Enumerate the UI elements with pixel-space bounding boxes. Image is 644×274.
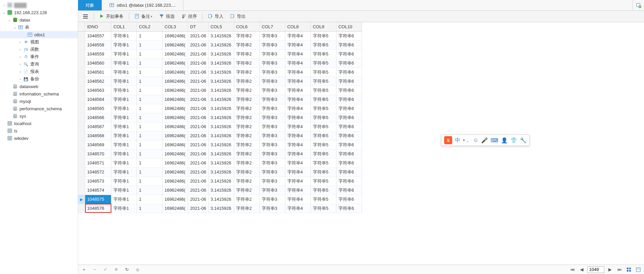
cell[interactable]: 字符串1 xyxy=(111,140,137,149)
cell[interactable]: 2021-06 xyxy=(188,104,209,113)
cell[interactable]: 字符串3 xyxy=(259,131,285,140)
form-view-button[interactable] xyxy=(635,266,642,273)
cell[interactable]: 字符串6 xyxy=(336,140,362,149)
ime-person-icon[interactable]: 👤 xyxy=(501,137,508,144)
cell[interactable]: 16962486( xyxy=(163,40,188,49)
cell[interactable]: 字符串3 xyxy=(259,49,285,58)
tree-database[interactable]: dataxweb xyxy=(0,83,78,90)
column-header[interactable]: COL6 xyxy=(234,22,259,31)
tree-subitem[interactable]: ›💾备份 xyxy=(0,75,78,83)
table-row[interactable]: 1048558字符串1116962486(2021-063.1415926字符串… xyxy=(78,40,362,49)
cell[interactable]: 字符串2 xyxy=(234,195,259,204)
ime-skin-icon[interactable]: 👕 xyxy=(510,137,517,144)
cell[interactable]: 16962486( xyxy=(163,104,188,113)
tree-table-otbs1[interactable]: otbs1 xyxy=(0,31,78,38)
commit-button[interactable]: ✔ xyxy=(102,266,109,273)
cell[interactable]: 字符串3 xyxy=(259,177,285,186)
cell[interactable]: 2021-06 xyxy=(188,167,209,177)
cell[interactable]: 2021-06 xyxy=(188,40,209,49)
cell[interactable]: 字符串3 xyxy=(259,186,285,195)
column-header[interactable]: COL1 xyxy=(111,22,137,31)
table-row[interactable]: 1048566字符串1116962486(2021-063.1415926字符串… xyxy=(78,113,362,122)
tab-object[interactable]: 对象 xyxy=(78,0,102,10)
next-page-button[interactable]: ▶ xyxy=(606,266,614,273)
cell-idno[interactable]: 1048564 xyxy=(85,95,111,104)
cell[interactable]: 1 xyxy=(137,131,163,140)
tree-database[interactable]: sys xyxy=(0,112,78,120)
tree-database[interactable]: ⌄ datax xyxy=(0,16,78,24)
cell[interactable]: 字符串3 xyxy=(259,167,285,177)
tree-tables-group[interactable]: ⌄ 表 xyxy=(0,24,78,31)
cell[interactable]: 字符串4 xyxy=(285,195,311,204)
cell[interactable]: 字符串4 xyxy=(285,58,311,68)
cell[interactable]: 1 xyxy=(137,58,163,68)
cell[interactable]: 字符串2 xyxy=(234,77,259,86)
cell-idno[interactable]: 1048559 xyxy=(85,49,111,58)
cell[interactable]: 字符串2 xyxy=(234,158,259,167)
data-grid[interactable]: IDNOCOL1COL2COL3DTCOL5COL6COL7COL8COL9CO… xyxy=(78,22,644,265)
cell[interactable]: 2021-06 xyxy=(188,49,209,58)
cell[interactable]: 字符串6 xyxy=(336,131,362,140)
cell[interactable]: 3.1415926 xyxy=(208,77,234,86)
ime-tools-icon[interactable]: 🔧 xyxy=(520,137,527,144)
cell[interactable]: 字符串1 xyxy=(111,49,137,58)
column-header[interactable]: COL10 xyxy=(336,22,362,31)
cell[interactable]: 2021-06 xyxy=(188,31,209,40)
cell-idno[interactable]: 1048563 xyxy=(85,86,111,95)
cell[interactable]: 字符串4 xyxy=(285,204,311,213)
cell[interactable]: 字符串3 xyxy=(259,104,285,113)
cancel-edit-button[interactable]: ✖ xyxy=(112,266,120,273)
cell[interactable]: 字符串2 xyxy=(234,113,259,122)
cell[interactable]: 3.1415926 xyxy=(208,158,234,167)
cell[interactable]: 16962486( xyxy=(163,58,188,68)
table-row[interactable]: 1048559字符串1116962486(2021-063.1415926字符串… xyxy=(78,49,362,58)
cell[interactable]: 字符串2 xyxy=(234,68,259,77)
cell[interactable]: 字符串2 xyxy=(234,140,259,149)
cell[interactable]: 字符串2 xyxy=(234,167,259,177)
cell-idno[interactable]: 1048573 xyxy=(85,177,111,186)
first-page-button[interactable]: ⏮ xyxy=(569,266,576,273)
cell[interactable]: 字符串6 xyxy=(336,77,362,86)
table-row[interactable]: ▶1048575字符串1116962486(2021-063.1415926字符… xyxy=(78,195,362,204)
table-row[interactable]: 1048569字符串1116962486(2021-063.1415926字符串… xyxy=(78,140,362,149)
cell[interactable]: 字符串5 xyxy=(311,86,336,95)
refresh-button[interactable]: ↻ xyxy=(123,266,131,273)
table-row[interactable]: 1048564字符串1116962486(2021-063.1415926字符串… xyxy=(78,95,362,104)
cell[interactable]: 字符串5 xyxy=(311,40,336,49)
cell[interactable]: 字符串4 xyxy=(285,167,311,177)
cell[interactable]: 16962486( xyxy=(163,77,188,86)
tree-subitem[interactable]: ›📄报表 xyxy=(0,68,78,75)
delete-row-button[interactable]: － xyxy=(91,266,98,273)
cell[interactable]: 字符串6 xyxy=(336,122,362,131)
cell[interactable]: 字符串3 xyxy=(259,113,285,122)
cell[interactable]: 16962486( xyxy=(163,49,188,58)
cell-idno[interactable]: 1048558 xyxy=(85,40,111,49)
cell[interactable]: 2021-06 xyxy=(188,86,209,95)
cell[interactable]: 1 xyxy=(137,122,163,131)
cell[interactable]: 2021-06 xyxy=(188,113,209,122)
ime-toolbar[interactable]: S 中 •， ☺ 🎤 ⌨ 👤 👕 🔧 xyxy=(441,134,530,146)
prev-page-button[interactable]: ◀ xyxy=(578,266,585,273)
cell[interactable]: 字符串3 xyxy=(259,204,285,213)
cell[interactable]: 字符串1 xyxy=(111,104,137,113)
cell-idno[interactable]: 1048572 xyxy=(85,167,111,177)
cell[interactable]: 2021-06 xyxy=(188,204,209,213)
cell[interactable]: 字符串1 xyxy=(111,158,137,167)
cell[interactable]: 3.1415926 xyxy=(208,131,234,140)
cell[interactable]: 字符串4 xyxy=(285,68,311,77)
cell[interactable]: 1 xyxy=(137,167,163,177)
column-header[interactable]: COL8 xyxy=(285,22,311,31)
cell[interactable]: 16962486( xyxy=(163,131,188,140)
cell[interactable]: 2021-06 xyxy=(188,177,209,186)
column-header[interactable]: COL9 xyxy=(311,22,336,31)
table-row[interactable]: 1048560字符串1116962486(2021-063.1415926字符串… xyxy=(78,58,362,68)
cell[interactable]: 字符串4 xyxy=(285,86,311,95)
tree-subitem[interactable]: ›⏱事件 xyxy=(0,53,78,61)
table-row[interactable]: 1048562字符串1116962486(2021-063.1415926字符串… xyxy=(78,77,362,86)
cell[interactable]: 字符串1 xyxy=(111,40,137,49)
cell-idno[interactable]: 1048569 xyxy=(85,140,111,149)
cell[interactable]: 2021-06 xyxy=(188,149,209,158)
cell[interactable]: 字符串2 xyxy=(234,49,259,58)
column-header[interactable]: DT xyxy=(188,22,209,31)
cell-idno[interactable]: 1048570 xyxy=(85,149,111,158)
